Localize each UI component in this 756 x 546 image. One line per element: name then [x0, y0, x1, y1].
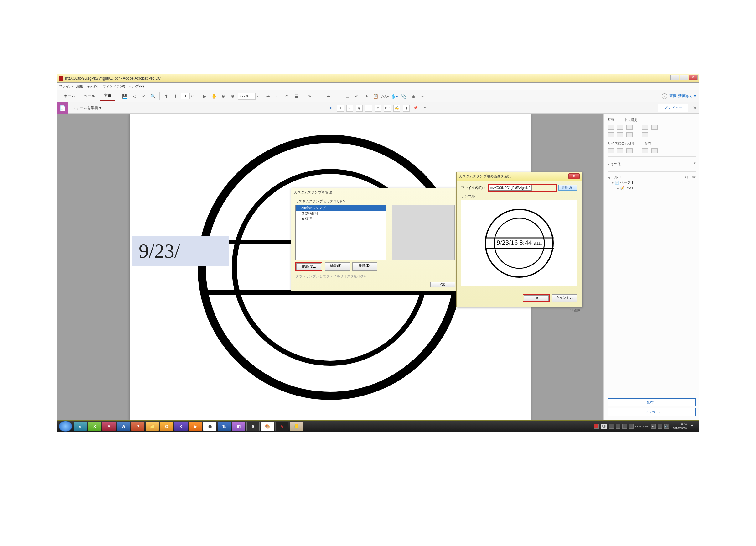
radio-tool-icon[interactable]: ◉: [356, 105, 363, 112]
sort-tab-icon[interactable]: ⇥▾: [691, 175, 696, 179]
dropdown-tool-icon[interactable]: ▾: [375, 105, 381, 112]
align-center-icon[interactable]: [617, 125, 623, 130]
create-button[interactable]: 作成(N)...: [296, 263, 321, 270]
list-item[interactable]: ⊞ 標準: [296, 216, 386, 221]
more-icon[interactable]: ⋯: [418, 92, 427, 100]
distribute-button[interactable]: 配布...: [608, 398, 696, 406]
barcode-tool-icon[interactable]: ▮: [403, 105, 410, 112]
tray-icon[interactable]: [616, 424, 620, 429]
highlight-icon[interactable]: ✎: [306, 92, 314, 100]
taskbar-excel-icon[interactable]: X: [88, 422, 101, 431]
tree-page1[interactable]: 📄 ページ 1: [608, 179, 696, 185]
align-left-icon[interactable]: [608, 125, 614, 130]
select-tool-icon[interactable]: ➤: [328, 105, 334, 112]
clock[interactable]: 8:46 2016/09/23: [671, 423, 689, 430]
taskbar-ie-icon[interactable]: e: [74, 422, 87, 431]
tracker-button[interactable]: トラッカー...: [608, 408, 696, 416]
help-tool-icon[interactable]: ?: [422, 105, 428, 112]
taskbar-notes-icon[interactable]: 📒: [290, 422, 303, 431]
center-h-icon[interactable]: [642, 125, 648, 130]
taskbar-powerpoint-icon[interactable]: P: [131, 422, 144, 431]
preview-button[interactable]: プレビュー: [658, 104, 688, 112]
fit-page-icon[interactable]: ▭: [273, 92, 282, 100]
clipboard-icon[interactable]: 📋: [371, 92, 380, 100]
read-mode-icon[interactable]: ☰: [292, 92, 300, 100]
minimize-button[interactable]: —: [670, 75, 679, 80]
edit-button[interactable]: 編集(E)...: [325, 262, 350, 271]
ime-indicator[interactable]: A般: [601, 424, 607, 429]
taskbar-media-icon[interactable]: ▶: [189, 422, 202, 431]
fit-w-icon[interactable]: [608, 148, 614, 153]
close-formbar-icon[interactable]: ✕: [690, 105, 699, 111]
delete-button[interactable]: 削除(D): [352, 262, 377, 271]
page-up-icon[interactable]: ⬆: [162, 92, 170, 100]
attach-icon[interactable]: 📎: [400, 92, 408, 100]
align-right-icon[interactable]: [626, 125, 633, 130]
oval-icon[interactable]: ○: [334, 92, 342, 100]
undo-icon[interactable]: ↶: [353, 92, 361, 100]
date-form-field[interactable]: 9/23/: [132, 236, 229, 266]
taskbar-sc-icon[interactable]: S: [246, 422, 260, 431]
tray-network-icon[interactable]: [658, 424, 662, 429]
file-input[interactable]: [489, 185, 532, 190]
text-size-icon[interactable]: Aᴀ▾: [381, 92, 389, 100]
dlg1-ok-button[interactable]: OK: [430, 282, 455, 288]
align-bottom-icon[interactable]: [626, 132, 633, 137]
user-menu[interactable]: 斉間 清英さん ▾: [662, 93, 696, 99]
strikethrough-icon[interactable]: —: [315, 92, 323, 100]
align-top-icon[interactable]: [608, 132, 614, 137]
dist-h-icon[interactable]: [642, 148, 648, 153]
fit-h-icon[interactable]: [617, 148, 623, 153]
center-v-icon[interactable]: [651, 125, 658, 130]
stamp-category-list[interactable]: ⊟ zo精査スタンプ ⊞ 技術部印 ⊞ 標準: [295, 205, 386, 260]
taskbar-outlook-icon[interactable]: O: [160, 422, 173, 431]
taskbar-acrobat-icon[interactable]: A: [275, 422, 288, 431]
tray-icon[interactable]: [622, 424, 627, 429]
close-button[interactable]: ✕: [689, 75, 698, 80]
save-icon[interactable]: 💾: [121, 92, 129, 100]
button-tool-icon[interactable]: OK: [384, 105, 391, 112]
rotate-icon[interactable]: ↻: [283, 92, 291, 100]
dlg2-close-button[interactable]: ✕: [568, 173, 580, 179]
zoom-out-icon[interactable]: ⊖: [219, 92, 227, 100]
taskbar-ts-icon[interactable]: Ts: [218, 422, 231, 431]
taskbar-access-icon[interactable]: A: [102, 422, 116, 431]
signature-tool-icon[interactable]: ✍: [393, 105, 400, 112]
mail-icon[interactable]: ✉: [139, 92, 148, 100]
menu-edit[interactable]: 編集: [76, 84, 83, 89]
hand-icon[interactable]: ✋: [210, 92, 218, 100]
taskbar-cube-icon[interactable]: ◧: [232, 422, 245, 431]
cursor-icon[interactable]: ▶: [200, 92, 209, 100]
dlg2-ok-button[interactable]: OK: [524, 295, 549, 301]
center-both-icon[interactable]: [642, 132, 648, 137]
fit-both-icon[interactable]: [626, 148, 633, 153]
list-item[interactable]: ⊞ 技術部印: [296, 210, 386, 216]
menu-window[interactable]: ウィンドウ(W): [102, 84, 125, 89]
zoom-select[interactable]: [238, 93, 256, 100]
dist-v-icon[interactable]: [651, 148, 658, 153]
dlg2-cancel-button[interactable]: キャンセル: [552, 294, 577, 302]
tray-icon[interactable]: [594, 424, 599, 429]
maximize-button[interactable]: □: [680, 75, 688, 80]
pin-tool-icon[interactable]: 📌: [412, 105, 419, 112]
grid-icon[interactable]: ▦: [409, 92, 417, 100]
align-middle-icon[interactable]: [617, 132, 623, 137]
list-item[interactable]: ⊟ zo精査スタンプ: [296, 205, 386, 210]
listbox-tool-icon[interactable]: ≡: [365, 105, 372, 112]
tray-volume-icon[interactable]: 🔊: [664, 424, 669, 429]
stamp-icon[interactable]: 💧▾: [390, 92, 398, 100]
print-icon[interactable]: 🖨: [130, 92, 138, 100]
checkbox-tool-icon[interactable]: ☑: [346, 105, 353, 112]
tab-home[interactable]: ホーム: [60, 91, 79, 101]
taskbar-word-icon[interactable]: W: [117, 422, 130, 431]
fit-width-icon[interactable]: ⬌: [264, 92, 272, 100]
tray-icon[interactable]: [629, 424, 634, 429]
rect-icon[interactable]: □: [343, 92, 351, 100]
redo-icon[interactable]: ↷: [362, 92, 370, 100]
tree-text1[interactable]: 📝 Text1: [608, 185, 696, 191]
tab-document[interactable]: 文書: [100, 91, 115, 101]
menu-file[interactable]: ファイル: [59, 84, 73, 89]
sort-az-icon[interactable]: A↓: [684, 175, 688, 179]
menu-help[interactable]: ヘルプ(H): [129, 84, 144, 89]
taskbar-paint-icon[interactable]: 🎨: [261, 422, 274, 431]
